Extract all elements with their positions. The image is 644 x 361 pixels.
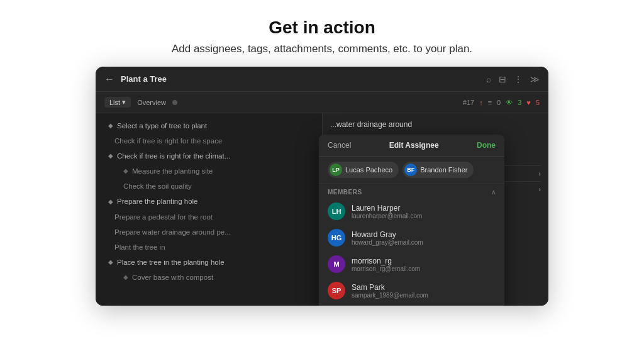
task-label: Prepare the planting hole — [117, 196, 198, 206]
status-dot — [172, 100, 177, 105]
heart-count: 5 — [536, 99, 540, 106]
bullet-icon: ◆ — [108, 258, 113, 267]
top-icons: ⌕ ⊟ ⋮ ≫ — [486, 74, 540, 84]
task-label: Check if tree is right for the space — [114, 136, 222, 146]
member-item-lauren[interactable]: LH Lauren Harper laurenharper@email.com — [319, 198, 504, 225]
selected-assignees: LP Lucas Pacheco BF Brandon Fisher — [319, 157, 504, 184]
task-label: Check the soil quality — [123, 181, 192, 191]
member-item-sam[interactable]: SP Sam Park sampark_1989@email.com — [319, 277, 504, 304]
member-item-howard[interactable]: HG Howard Gray howard_gray@email.com — [319, 225, 504, 251]
page-title: Get in action — [0, 18, 644, 38]
assignee-chip-brandon[interactable]: BF Brandon Fisher — [402, 162, 474, 178]
invite-member-item[interactable]: + Invite member — [319, 304, 504, 306]
assignee-name-lucas: Lucas Pacheco — [345, 166, 392, 174]
cancel-button[interactable]: Cancel — [328, 141, 351, 150]
bullet-icon: ◆ — [108, 152, 113, 160]
members-collapse-icon[interactable]: ∧ — [491, 189, 496, 196]
list-item[interactable]: Check if tree is right for the space — [96, 133, 322, 148]
avatar-morrison: M — [328, 255, 345, 273]
eye-badge-icon: 👁 — [506, 99, 513, 106]
member-name-morrison: morrison_rg — [352, 257, 496, 265]
member-email-sam: sampark_1989@email.com — [352, 292, 496, 299]
avatar-howard: HG — [328, 229, 345, 247]
avatar-brandon: BF — [404, 164, 417, 176]
list-item[interactable]: ◆ Measure the planting site — [96, 164, 322, 179]
member-info-morrison: morrison_rg morrison_rg@email.com — [352, 257, 496, 272]
task-label: Plant the tree in — [114, 242, 165, 252]
list-count: 0 — [497, 99, 501, 106]
member-item-morrison[interactable]: M morrison_rg morrison_rg@email.com — [319, 251, 504, 277]
page-header: Get in action Add assignees, tags, attac… — [0, 0, 644, 67]
overview-button[interactable]: Overview — [137, 99, 166, 106]
heart-badge-icon: ♥ — [526, 99, 531, 106]
menu-icon[interactable]: ⋮ — [514, 74, 523, 84]
list-item[interactable]: ◆ Prepare the planting hole — [96, 194, 322, 209]
list-badge-icon: ≡ — [488, 99, 492, 106]
main-content: ◆ Select a type of tree to plant Check i… — [96, 113, 548, 306]
expand-icon[interactable]: ≫ — [530, 74, 540, 84]
chevron-down-icon: ▾ — [122, 98, 126, 106]
sub-bullet-icon: ◆ — [123, 167, 128, 175]
sub-bullet-icon: ◆ — [123, 273, 128, 282]
member-email-lauren: laurenharper@email.com — [352, 213, 496, 219]
list-item[interactable]: ◆ Place the tree in the planting hole — [96, 255, 322, 270]
list-item[interactable]: Prepare a pedestal for the root — [96, 209, 322, 225]
chevron-right-icon: › — [538, 170, 541, 177]
modal-title: Edit Assignee — [389, 141, 439, 150]
search-icon[interactable]: ⌕ — [486, 74, 491, 84]
member-info-howard: Howard Gray howard_gray@email.com — [352, 230, 496, 246]
task-label: Check if tree is right for the climat... — [117, 151, 230, 161]
top-bar: ← Plant a Tree ⌕ ⊟ ⋮ ≫ — [96, 67, 548, 92]
done-button[interactable]: Done — [477, 141, 496, 150]
member-email-howard: howard_gray@email.com — [352, 239, 496, 246]
assignee-name-brandon: Brandon Fisher — [420, 166, 467, 174]
list-item[interactable]: Check the soil quality — [96, 179, 322, 194]
list-item[interactable]: ◆ Select a type of tree to plant — [96, 118, 322, 133]
avatar-lauren: LH — [328, 203, 345, 220]
member-name-sam: Sam Park — [352, 283, 496, 292]
task-label: Place the tree in the planting hole — [117, 257, 225, 267]
task-list: ◆ Select a type of tree to plant Check i… — [96, 113, 322, 306]
chevron-right-icon: › — [538, 186, 541, 193]
up-badge: ↑ — [479, 99, 483, 106]
members-section-label: MEMBERS ∧ — [319, 184, 504, 198]
modal-header: Cancel Edit Assignee Done — [319, 135, 504, 157]
item-count: #17 — [463, 99, 474, 106]
app-window: ← Plant a Tree ⌕ ⊟ ⋮ ≫ List ▾ Overview #… — [96, 67, 548, 306]
list-item[interactable]: ◆ Cover base with compost — [96, 270, 322, 285]
detail-title: ...water drainage around — [330, 119, 541, 130]
list-item[interactable]: Prepare water drainage around pe... — [96, 225, 322, 240]
sub-toolbar: List ▾ Overview #17 ↑ ≡ 0 👁 3 ♥ 5 — [96, 92, 548, 113]
assignee-chip-lucas[interactable]: LP Lucas Pacheco — [328, 162, 399, 178]
avatar-lucas: LP — [330, 164, 342, 176]
task-label: Select a type of tree to plant — [117, 121, 207, 131]
bullet-icon: ◆ — [108, 197, 113, 206]
list-item[interactable]: Plant the tree in — [96, 240, 322, 255]
member-email-morrison: morrison_rg@email.com — [352, 265, 496, 272]
filter-icon[interactable]: ⊟ — [499, 74, 506, 84]
task-label: Prepare water drainage around pe... — [114, 227, 231, 237]
back-button[interactable]: ← — [104, 74, 114, 85]
avatar-sam: SP — [328, 282, 345, 299]
edit-assignee-modal: Cancel Edit Assignee Done LP Lucas Pache… — [319, 135, 504, 306]
member-info-sam: Sam Park sampark_1989@email.com — [352, 283, 496, 299]
eye-count: 3 — [518, 99, 521, 106]
list-item[interactable]: ◆ Check if tree is right for the climat.… — [96, 148, 322, 164]
view-list-label: List — [109, 99, 120, 106]
page-subtitle: Add assignees, tags, attachments, commen… — [0, 43, 644, 55]
toolbar-badges: #17 ↑ ≡ 0 👁 3 ♥ 5 — [463, 99, 540, 106]
member-name-howard: Howard Gray — [352, 230, 496, 239]
task-label: Prepare a pedestal for the root — [114, 212, 213, 222]
task-label: Measure the planting site — [132, 166, 213, 176]
member-info-lauren: Lauren Harper laurenharper@email.com — [352, 204, 496, 219]
members-label-text: MEMBERS — [328, 189, 362, 196]
task-label: Cover base with compost — [132, 272, 213, 282]
member-name-lauren: Lauren Harper — [352, 204, 496, 213]
bullet-icon: ◆ — [108, 121, 113, 130]
view-list-button[interactable]: List ▾ — [104, 97, 131, 108]
project-title: Plant a Tree — [121, 74, 486, 84]
